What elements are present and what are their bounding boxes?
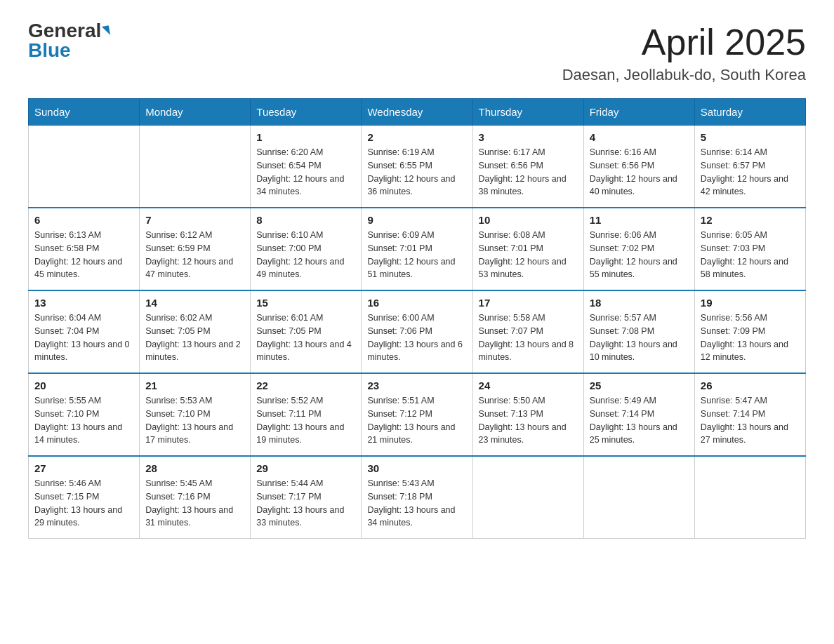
day-info: Sunrise: 5:50 AMSunset: 7:13 PMDaylight:…	[479, 394, 578, 447]
day-info: Sunrise: 6:10 AMSunset: 7:00 PMDaylight:…	[256, 229, 355, 281]
weekday-header-sunday: Sunday	[29, 99, 140, 126]
day-info: Sunrise: 5:51 AMSunset: 7:12 PMDaylight:…	[367, 394, 466, 447]
calendar-cell: 11Sunrise: 6:06 AMSunset: 7:02 PMDayligh…	[583, 208, 694, 290]
day-info: Sunrise: 6:05 AMSunset: 7:03 PMDaylight:…	[701, 229, 800, 281]
calendar-cell: 24Sunrise: 5:50 AMSunset: 7:13 PMDayligh…	[472, 373, 583, 456]
day-number: 15	[256, 297, 355, 309]
day-info: Sunrise: 6:09 AMSunset: 7:01 PMDaylight:…	[367, 229, 466, 281]
weekday-header-wednesday: Wednesday	[362, 99, 472, 126]
calendar-cell: 4Sunrise: 6:16 AMSunset: 6:56 PMDaylight…	[583, 126, 694, 208]
day-number: 16	[367, 297, 466, 309]
calendar-cell	[694, 456, 805, 539]
calendar-cell: 22Sunrise: 5:52 AMSunset: 7:11 PMDayligh…	[251, 373, 362, 456]
day-number: 3	[479, 131, 578, 143]
calendar-week-5: 27Sunrise: 5:46 AMSunset: 7:15 PMDayligh…	[29, 456, 806, 539]
day-info: Sunrise: 5:47 AMSunset: 7:14 PMDaylight:…	[701, 394, 800, 447]
calendar-cell: 2Sunrise: 6:19 AMSunset: 6:55 PMDaylight…	[362, 126, 472, 208]
calendar-week-2: 6Sunrise: 6:13 AMSunset: 6:58 PMDaylight…	[29, 208, 806, 290]
calendar-cell: 8Sunrise: 6:10 AMSunset: 7:00 PMDaylight…	[251, 208, 362, 290]
calendar-cell: 5Sunrise: 6:14 AMSunset: 6:57 PMDaylight…	[694, 126, 805, 208]
calendar-cell	[472, 456, 583, 539]
calendar-location: Daesan, Jeollabuk-do, South Korea	[562, 66, 806, 84]
day-info: Sunrise: 5:53 AMSunset: 7:10 PMDaylight:…	[145, 394, 244, 447]
day-number: 10	[479, 214, 578, 226]
calendar-cell: 19Sunrise: 5:56 AMSunset: 7:09 PMDayligh…	[694, 290, 805, 373]
calendar-cell: 3Sunrise: 6:17 AMSunset: 6:56 PMDaylight…	[472, 126, 583, 208]
day-number: 29	[256, 462, 355, 474]
calendar-cell: 29Sunrise: 5:44 AMSunset: 7:17 PMDayligh…	[251, 456, 362, 539]
day-number: 21	[145, 380, 244, 391]
day-number: 1	[256, 131, 355, 143]
calendar-cell: 14Sunrise: 6:02 AMSunset: 7:05 PMDayligh…	[140, 290, 251, 373]
calendar-cell: 18Sunrise: 5:57 AMSunset: 7:08 PMDayligh…	[583, 290, 694, 373]
day-number: 27	[34, 462, 133, 474]
weekday-header-monday: Monday	[140, 99, 251, 126]
calendar-cell	[140, 126, 251, 208]
day-number: 13	[34, 297, 133, 309]
day-info: Sunrise: 5:55 AMSunset: 7:10 PMDaylight:…	[34, 394, 133, 447]
day-info: Sunrise: 5:49 AMSunset: 7:14 PMDaylight:…	[590, 394, 689, 447]
day-info: Sunrise: 6:17 AMSunset: 6:56 PMDaylight:…	[479, 146, 578, 199]
day-number: 20	[34, 380, 133, 391]
weekday-header-friday: Friday	[583, 99, 694, 126]
day-number: 30	[367, 462, 466, 474]
calendar-title: April 2025	[562, 21, 806, 63]
day-info: Sunrise: 5:44 AMSunset: 7:17 PMDaylight:…	[256, 477, 355, 530]
day-number: 7	[145, 214, 244, 226]
day-info: Sunrise: 6:04 AMSunset: 7:04 PMDaylight:…	[34, 311, 133, 364]
calendar-cell: 25Sunrise: 5:49 AMSunset: 7:14 PMDayligh…	[583, 373, 694, 456]
calendar-cell: 13Sunrise: 6:04 AMSunset: 7:04 PMDayligh…	[29, 290, 140, 373]
day-number: 22	[256, 380, 355, 391]
day-info: Sunrise: 6:06 AMSunset: 7:02 PMDaylight:…	[590, 229, 689, 281]
logo-general-text: General	[28, 21, 101, 41]
calendar-cell	[583, 456, 694, 539]
calendar-cell: 28Sunrise: 5:45 AMSunset: 7:16 PMDayligh…	[140, 456, 251, 539]
day-info: Sunrise: 6:13 AMSunset: 6:58 PMDaylight:…	[34, 229, 133, 281]
day-number: 12	[701, 214, 800, 226]
calendar-cell: 23Sunrise: 5:51 AMSunset: 7:12 PMDayligh…	[362, 373, 472, 456]
day-info: Sunrise: 5:46 AMSunset: 7:15 PMDaylight:…	[34, 477, 133, 530]
weekday-header-tuesday: Tuesday	[251, 99, 362, 126]
title-block: April 2025 Daesan, Jeollabuk-do, South K…	[562, 21, 806, 84]
calendar-cell: 26Sunrise: 5:47 AMSunset: 7:14 PMDayligh…	[694, 373, 805, 456]
day-info: Sunrise: 6:12 AMSunset: 6:59 PMDaylight:…	[145, 229, 244, 281]
day-info: Sunrise: 5:52 AMSunset: 7:11 PMDaylight:…	[256, 394, 355, 447]
day-number: 6	[34, 214, 133, 226]
day-number: 2	[367, 131, 466, 143]
day-info: Sunrise: 6:02 AMSunset: 7:05 PMDaylight:…	[145, 311, 244, 364]
day-info: Sunrise: 5:57 AMSunset: 7:08 PMDaylight:…	[590, 311, 689, 364]
day-number: 23	[367, 380, 466, 391]
day-info: Sunrise: 6:01 AMSunset: 7:05 PMDaylight:…	[256, 311, 355, 364]
day-info: Sunrise: 6:20 AMSunset: 6:54 PMDaylight:…	[256, 146, 355, 199]
day-number: 28	[145, 462, 244, 474]
day-number: 8	[256, 214, 355, 226]
day-info: Sunrise: 5:56 AMSunset: 7:09 PMDaylight:…	[701, 311, 800, 364]
day-number: 11	[590, 214, 689, 226]
weekday-header-thursday: Thursday	[472, 99, 583, 126]
calendar-week-4: 20Sunrise: 5:55 AMSunset: 7:10 PMDayligh…	[29, 373, 806, 456]
day-number: 17	[479, 297, 578, 309]
calendar-cell: 12Sunrise: 6:05 AMSunset: 7:03 PMDayligh…	[694, 208, 805, 290]
logo: General Blue	[28, 21, 110, 60]
logo-icon: General	[28, 21, 110, 41]
calendar-cell: 16Sunrise: 6:00 AMSunset: 7:06 PMDayligh…	[362, 290, 472, 373]
page-header: General Blue April 2025 Daesan, Jeollabu…	[28, 21, 806, 84]
calendar-cell: 30Sunrise: 5:43 AMSunset: 7:18 PMDayligh…	[362, 456, 472, 539]
day-info: Sunrise: 5:58 AMSunset: 7:07 PMDaylight:…	[479, 311, 578, 364]
logo-blue-text: Blue	[28, 41, 71, 60]
day-info: Sunrise: 6:19 AMSunset: 6:55 PMDaylight:…	[367, 146, 466, 199]
weekday-header-saturday: Saturday	[694, 99, 805, 126]
calendar-cell: 6Sunrise: 6:13 AMSunset: 6:58 PMDaylight…	[29, 208, 140, 290]
day-number: 4	[590, 131, 689, 143]
day-info: Sunrise: 6:08 AMSunset: 7:01 PMDaylight:…	[479, 229, 578, 281]
calendar-cell: 21Sunrise: 5:53 AMSunset: 7:10 PMDayligh…	[140, 373, 251, 456]
calendar-cell: 17Sunrise: 5:58 AMSunset: 7:07 PMDayligh…	[472, 290, 583, 373]
day-info: Sunrise: 6:14 AMSunset: 6:57 PMDaylight:…	[701, 146, 800, 199]
logo-triangle-icon	[102, 25, 110, 36]
day-number: 26	[701, 380, 800, 391]
calendar-week-1: 1Sunrise: 6:20 AMSunset: 6:54 PMDaylight…	[29, 126, 806, 208]
calendar-cell	[29, 126, 140, 208]
calendar-cell: 10Sunrise: 6:08 AMSunset: 7:01 PMDayligh…	[472, 208, 583, 290]
day-number: 19	[701, 297, 800, 309]
calendar-cell: 20Sunrise: 5:55 AMSunset: 7:10 PMDayligh…	[29, 373, 140, 456]
